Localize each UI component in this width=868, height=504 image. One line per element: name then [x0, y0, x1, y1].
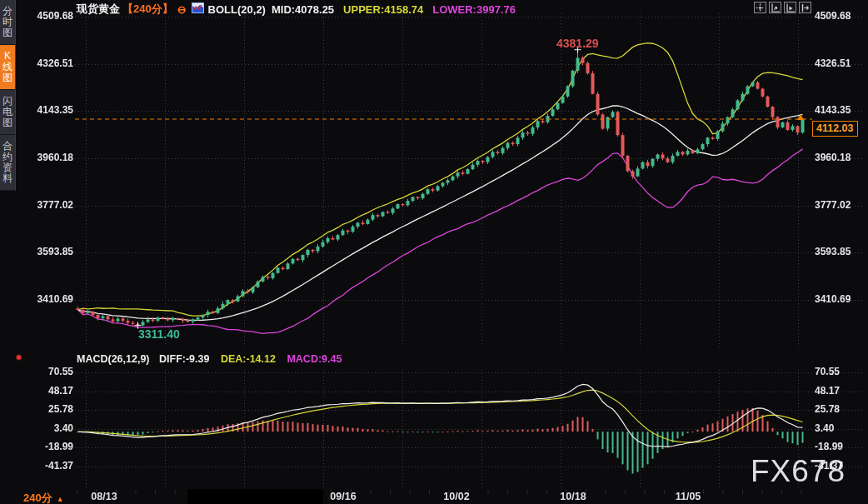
watermark: FX678: [751, 454, 846, 489]
boll-upper-value: UPPER:4158.74: [343, 3, 423, 16]
boll-mid-value: MID:4078.25: [272, 3, 334, 16]
chart-type-sidebar: 分时图 K线图 闪电图 合约资料: [0, 0, 15, 191]
sidebar-item-time-chart[interactable]: 分时图: [0, 0, 16, 45]
indicator-name: BOLL(20,2): [208, 3, 266, 16]
alert-icon[interactable]: ✹: [15, 352, 22, 363]
chart-header: 现货黄金 【240分】 ⊖ BOLL(20,2) MID:4078.25 UPP…: [77, 2, 516, 17]
chart-toolbar: [754, 2, 814, 13]
boll-lower-value: LOWER:3997.76: [432, 3, 516, 16]
price-pointer-icon: [797, 114, 804, 120]
kline-chart-app: 分时图 K线图 闪电图 合约资料 ✹ 现货黄金 【240分】 ⊖ BOLL(20…: [0, 0, 868, 504]
interval-badge: 【240分】: [122, 2, 173, 17]
sidebar-item-kline-chart[interactable]: K线图: [0, 45, 16, 90]
macd-indicator-name: MACD(26,12,9): [77, 353, 150, 365]
interval-selector[interactable]: 240分▲: [23, 491, 64, 504]
crosshair-icon[interactable]: [754, 2, 766, 13]
macd-diff-value: DIFF:-9.39: [159, 353, 209, 365]
collapse-indicator-icon[interactable]: ⊖: [177, 3, 187, 16]
chart-canvas[interactable]: [0, 0, 868, 504]
mini-chart-icon: [192, 2, 204, 16]
macd-dea-value: DEA:-14.12: [221, 353, 276, 365]
current-price-tag: 4112.03: [812, 121, 858, 137]
goto-latest-icon[interactable]: [799, 2, 811, 13]
low-price-annotation: 3311.40: [138, 327, 180, 341]
interval-label: 240分: [23, 492, 52, 504]
macd-bar-value: MACD:9.45: [287, 353, 342, 365]
sidebar-item-flash-chart[interactable]: 闪电图: [0, 90, 16, 135]
chevron-up-icon: ▲: [57, 495, 64, 503]
high-price-annotation: 4381.29: [556, 37, 599, 50]
macd-header: MACD(26,12,9) DIFF:-9.39 DEA:-14.12 MACD…: [77, 353, 342, 365]
blackout-box: [187, 489, 323, 504]
reset-axis-icon[interactable]: [769, 2, 781, 13]
symbol-name: 现货黄金: [77, 2, 120, 17]
autoscroll-icon[interactable]: [784, 2, 796, 13]
sidebar-item-contract-info[interactable]: 合约资料: [0, 135, 16, 191]
